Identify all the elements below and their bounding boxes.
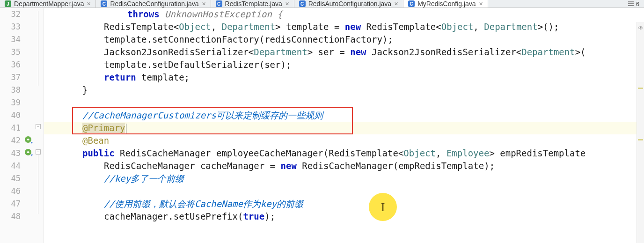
line-number: 34	[0, 35, 21, 44]
tab-label: RedisAutoConfiguration.java	[308, 0, 391, 7]
code-text: Department	[254, 47, 307, 57]
code-text: template.setConnectionFactory(redisConne…	[104, 34, 393, 44]
code-text: new	[345, 22, 366, 32]
code-text: Object	[179, 22, 211, 32]
code-text: Jackson2JsonRedisSerializer<	[104, 47, 254, 57]
code-text: template;	[141, 72, 190, 82]
tab-redis-auto-configuration[interactable]: C RedisAutoConfiguration.java ✕	[294, 0, 403, 7]
close-icon[interactable]: ✕	[285, 1, 289, 7]
fold-line	[38, 155, 38, 214]
close-icon[interactable]: ✕	[479, 1, 483, 7]
tab-redis-template[interactable]: C RedisTemplate.java ✕	[211, 0, 294, 7]
code-text: throws	[127, 9, 160, 19]
line-number: 38	[0, 85, 21, 95]
code-text: Department	[521, 47, 575, 57]
line-number: 42	[0, 136, 21, 145]
class-file-icon: C	[299, 0, 306, 7]
line-number: 44	[0, 161, 21, 170]
line-number: 48	[0, 212, 21, 221]
code-text: true	[243, 211, 264, 221]
code-text: ,	[436, 148, 446, 158]
close-icon[interactable]: ✕	[202, 1, 206, 7]
code-text: > ser =	[307, 47, 351, 57]
fold-line	[38, 11, 38, 86]
code-text: RedisTemplate<	[366, 22, 441, 32]
line-number: 37	[0, 73, 21, 82]
code-text: public	[82, 148, 120, 158]
line-number: 45	[0, 174, 21, 183]
code-text: ,	[211, 22, 222, 32]
code-text: ,	[473, 22, 484, 32]
tab-my-redis-config[interactable]: C MyRedisConfig.java ✕	[403, 0, 488, 7]
line-number: 46	[0, 186, 21, 196]
tabs-overflow[interactable]: 6	[623, 0, 644, 7]
annotation-primary: @Primary	[82, 123, 125, 133]
code-area[interactable]: throws UnknownHostException { RedisTempl…	[44, 8, 644, 243]
code-text: new	[350, 47, 372, 57]
line-number: 36	[0, 60, 21, 69]
fold-toggle[interactable]: −	[36, 124, 41, 129]
code-text: Object	[403, 148, 436, 158]
tab-department-mapper[interactable]: J DepartmentMapper.java ✕	[0, 0, 96, 7]
annotation-bean: @Bean	[82, 135, 109, 146]
close-icon[interactable]: ✕	[87, 1, 91, 7]
class-file-icon: C	[216, 0, 222, 7]
line-number: 32	[0, 9, 21, 19]
code-text: return	[104, 72, 141, 82]
close-icon[interactable]: ✕	[394, 1, 398, 7]
code-text: Department	[484, 22, 537, 32]
line-number: 35	[0, 47, 21, 57]
code-comment: //CacheManagerCustomizers可以来定制缓存的一些规则	[82, 110, 323, 120]
tab-label: DepartmentMapper.java	[14, 0, 84, 7]
overflow-count: 6	[636, 0, 639, 7]
tab-label: RedisTemplate.java	[225, 0, 282, 7]
code-text: RedisTemplate<	[104, 22, 179, 32]
code-text: RedisCacheManager cacheManager =	[104, 161, 281, 171]
code-comment: //key多了一个前缀	[104, 173, 184, 184]
fold-toggle[interactable]: −	[36, 149, 41, 155]
inspections-eye-icon[interactable]: 👁	[637, 25, 644, 31]
class-file-icon: C	[408, 0, 415, 7]
tab-redis-cache-configuration[interactable]: C RedisCacheConfiguration.java ✕	[96, 0, 211, 7]
code-text: Department	[222, 22, 275, 32]
class-file-icon: C	[101, 0, 107, 7]
code-text: cacheManager.setUsePrefix(	[104, 211, 243, 221]
code-text: Employee	[446, 148, 490, 158]
list-icon	[628, 1, 634, 7]
line-number: 43	[0, 148, 21, 158]
line-number: 33	[0, 22, 21, 31]
svg-marker-1	[31, 142, 33, 144]
text-caret	[126, 124, 126, 134]
tab-label: MyRedisConfig.java	[417, 0, 476, 7]
editor-tabs: J DepartmentMapper.java ✕ C RedisCacheCo…	[0, 0, 644, 8]
java-file-icon: J	[5, 0, 11, 7]
svg-marker-3	[31, 155, 33, 156]
line-number: 47	[0, 199, 21, 208]
code-text: >();	[538, 22, 559, 32]
line-number: 40	[0, 110, 21, 120]
code-text: RedisCacheManager employeeCacheManager(R…	[120, 148, 403, 158]
code-text: > template =	[275, 22, 345, 32]
code-text: );	[264, 211, 275, 221]
code-text: template.setDefaultSerializer(ser);	[104, 59, 291, 70]
code-text: new	[281, 161, 302, 171]
code-text: }	[82, 85, 88, 95]
tab-label: RedisCacheConfiguration.java	[110, 0, 198, 7]
gutter: 32 33 34 35 36 37 38 39 40 41 42 43 44 4…	[0, 8, 44, 243]
code-comment: //使用前缀，默认会将CacheName作为key的前缀	[104, 199, 303, 209]
warning-marker[interactable]	[638, 88, 643, 89]
code-editor[interactable]: 32 33 34 35 36 37 38 39 40 41 42 43 44 4…	[0, 8, 644, 243]
code-text: Object	[441, 22, 474, 32]
bean-gutter-icon[interactable]	[24, 148, 33, 157]
code-text: RedisCacheManager(empRedisTemplate);	[302, 161, 495, 171]
bean-gutter-icon[interactable]	[24, 136, 33, 144]
line-number: 39	[0, 98, 21, 107]
line-number: 41	[0, 123, 21, 133]
code-text: > empRedisTemplate	[489, 148, 585, 158]
marker-bar[interactable]: 👁	[637, 22, 644, 243]
code-text: UnknownHostException {	[165, 9, 283, 19]
warning-marker[interactable]	[638, 139, 643, 140]
code-text: Jackson2JsonRedisSerializer<	[372, 47, 521, 57]
code-text: >(	[575, 47, 586, 57]
